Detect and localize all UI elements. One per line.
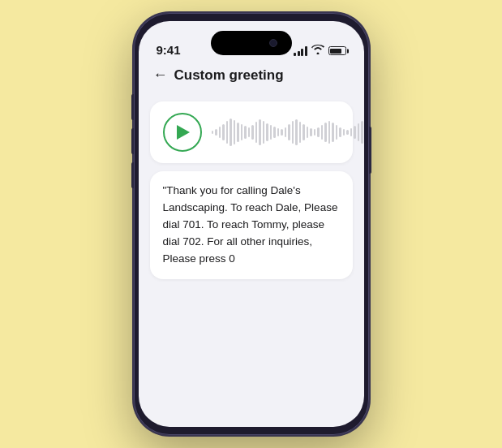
waveform-bar — [212, 131, 214, 134]
waveform-bar — [354, 126, 356, 139]
waveform-bar — [248, 127, 251, 137]
content-area: 0:34 "Thank you for calling Dale's Lands… — [139, 93, 364, 427]
waveform-bar — [263, 121, 265, 144]
waveform-bar — [299, 122, 302, 143]
waveform-bar — [314, 129, 316, 136]
waveform-bar — [361, 121, 363, 144]
waveform-bar — [324, 123, 327, 142]
waveform-bar — [292, 121, 294, 144]
waveform-bar — [234, 120, 236, 144]
transcript-text: "Thank you for calling Dale's Landscapin… — [163, 183, 340, 268]
waveform-bar — [321, 125, 324, 140]
waveform-bar — [310, 128, 312, 136]
waveform-bar — [346, 130, 349, 135]
signal-icon — [294, 46, 307, 56]
waveform-bar — [219, 127, 221, 138]
phone-mockup: 9:41 — [134, 13, 369, 435]
waveform-bar — [328, 121, 331, 144]
audio-player-card: 0:34 — [150, 101, 353, 163]
waveform-bar — [255, 122, 258, 143]
waveform-bar — [266, 123, 268, 141]
waveform-bar — [332, 123, 334, 142]
waveform-bar — [336, 125, 338, 140]
waveform-bar — [215, 129, 217, 136]
waveform — [212, 118, 364, 147]
waveform-bar — [285, 127, 287, 137]
waveform-bar — [307, 127, 309, 138]
nav-header: ← Custom greeting — [139, 63, 364, 93]
back-button[interactable]: ← — [153, 67, 168, 84]
play-button[interactable] — [163, 113, 202, 152]
waveform-bar — [230, 118, 232, 146]
status-icons — [294, 45, 346, 57]
waveform-bar — [295, 119, 298, 145]
waveform-bar — [288, 124, 290, 140]
page-title: Custom greeting — [174, 67, 284, 84]
phone-screen: 9:41 — [139, 21, 364, 427]
waveform-bar — [358, 123, 360, 141]
status-time: 9:41 — [157, 43, 181, 57]
waveform-bar — [259, 119, 261, 145]
waveform-bar — [273, 127, 276, 138]
waveform-bar — [317, 127, 320, 137]
waveform-bar — [343, 129, 345, 136]
battery-icon — [328, 46, 346, 55]
waveform-bar — [241, 124, 243, 140]
transcript-card: "Thank you for calling Dale's Landscapin… — [150, 171, 353, 279]
waveform-bar — [302, 124, 305, 140]
waveform-bar — [244, 126, 247, 139]
waveform-bar — [350, 128, 353, 136]
dynamic-island — [211, 31, 292, 55]
wifi-icon — [311, 45, 324, 57]
waveform-bar — [222, 124, 225, 140]
waveform-bar — [251, 125, 254, 140]
camera-dot — [269, 39, 277, 47]
waveform-bar — [270, 125, 272, 140]
waveform-bar — [226, 121, 229, 144]
waveform-bar — [281, 129, 283, 136]
play-icon — [177, 125, 190, 140]
waveform-bar — [237, 123, 239, 142]
waveform-bar — [277, 128, 280, 136]
waveform-bar — [339, 127, 341, 137]
